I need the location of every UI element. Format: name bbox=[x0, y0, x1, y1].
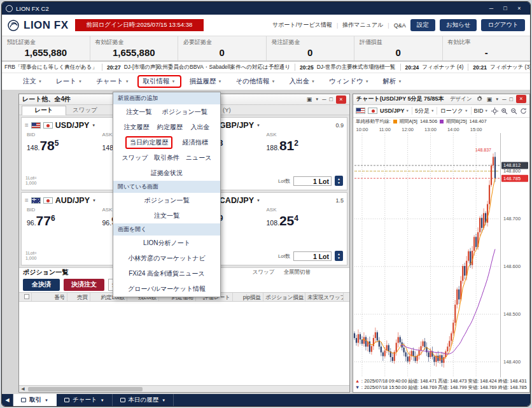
minimize-icon[interactable]: ─ bbox=[322, 96, 326, 102]
menu-item[interactable]: 小林芳彦のマーケットナビ bbox=[128, 254, 206, 263]
ask-price: 108.254 bbox=[267, 214, 342, 227]
close-icon[interactable]: × bbox=[516, 95, 526, 103]
lot-unit-label: 1Lot=1,000 bbox=[25, 176, 37, 186]
price-type-select[interactable]: BID▼ bbox=[474, 108, 488, 114]
menu-item[interactable]: 取引条件 bbox=[154, 153, 179, 162]
menubar-item-入出金[interactable]: 入出金▼ bbox=[283, 75, 320, 88]
ticker-item[interactable]: 20:21フィボナッチ (3) bbox=[473, 64, 530, 71]
swap-toggle[interactable]: スワップ bbox=[253, 269, 275, 276]
ma-a-value: 148.506 bbox=[420, 118, 437, 124]
menu-item[interactable]: ニュース bbox=[186, 153, 212, 162]
menubar-item-ウィンドウ[interactable]: ウィンドウ▼ bbox=[323, 75, 375, 88]
ticker-item[interactable]: 20:24フィボナッチ (4) bbox=[405, 64, 464, 71]
lot-stepper[interactable]: ▲▼ bbox=[335, 176, 343, 186]
close-icon[interactable]: × bbox=[336, 95, 346, 104]
bid-button[interactable]: BID 96.776 bbox=[27, 207, 102, 250]
manual-link[interactable]: 操作マニュアル bbox=[342, 21, 383, 29]
pair-label[interactable]: GBP/JPY bbox=[220, 121, 254, 130]
dock-icon[interactable]: ▣ bbox=[487, 96, 493, 102]
chevron-down-icon[interactable]: ▼ bbox=[315, 97, 319, 101]
menubar-item-その他情報[interactable]: その他情報▼ bbox=[230, 75, 281, 88]
taskbar-tab-本日の履歴[interactable]: 本日の履歴▼ bbox=[113, 394, 174, 406]
price-head: 96. bbox=[102, 219, 112, 227]
restore-icon[interactable]: □ bbox=[330, 96, 333, 102]
settings-button[interactable]: 設定 bbox=[410, 19, 435, 31]
menu-item[interactable]: スワップ bbox=[122, 153, 148, 162]
ask-button[interactable]: ASK 108.254 bbox=[267, 207, 342, 250]
menu-item[interactable]: LION分析ノート bbox=[143, 239, 190, 248]
ticker-item[interactable]: 20:25DJ-世界の主要株式市場指標一覧 bbox=[300, 64, 396, 71]
menu-item[interactable]: 経済指標 bbox=[183, 138, 208, 147]
expand-all-toggle[interactable]: 全展開切替 bbox=[284, 269, 311, 276]
support-link[interactable]: サポート/サービス情報 bbox=[272, 21, 332, 29]
lot-input[interactable]: 1 Lot bbox=[293, 176, 332, 186]
menubar-item-チャート[interactable]: チャート▼ bbox=[90, 75, 135, 88]
refresh-icon[interactable] bbox=[519, 107, 528, 115]
scroll-left-icon[interactable]: ◀ bbox=[19, 386, 27, 391]
chart-style-select[interactable]: ローソク▼ bbox=[440, 107, 468, 115]
crosshair-icon[interactable] bbox=[491, 107, 499, 115]
menu-item[interactable]: ポジション一覧 bbox=[162, 108, 207, 116]
divider: | bbox=[388, 22, 389, 29]
close-icon[interactable]: × bbox=[512, 5, 526, 11]
menubar-item-注文[interactable]: 注文▼ bbox=[17, 75, 48, 88]
tab-rates[interactable]: レート bbox=[22, 106, 66, 115]
pair-label[interactable]: USD/JPY bbox=[55, 121, 90, 130]
menu-item[interactable]: 注文履歴 bbox=[124, 123, 150, 132]
pair-select[interactable]: USD/JPY▼ bbox=[380, 108, 409, 114]
restore-icon[interactable]: □ bbox=[510, 96, 513, 102]
pair-label[interactable]: CAD/JPY bbox=[220, 196, 254, 205]
menubar-item-レート[interactable]: レート▼ bbox=[50, 75, 88, 88]
ask-button[interactable]: ASK 188.812 bbox=[267, 132, 342, 174]
menu-item[interactable]: 当日約定履歴 bbox=[125, 136, 172, 149]
menu-item[interactable]: ポジション一覧 bbox=[144, 196, 189, 205]
lot-stepper[interactable]: ▲▼ bbox=[335, 251, 343, 261]
dock-icon[interactable]: ▣ bbox=[307, 96, 312, 102]
gear-icon[interactable] bbox=[475, 95, 484, 103]
bid-button[interactable]: BID 148.785 bbox=[27, 132, 102, 174]
ticker-item[interactable]: 20:27DJ-[市場の声]欧州委員会のBBVA・Sabadell案件への対応は… bbox=[107, 64, 290, 71]
taskbar-tab-取引[interactable]: 取引▼ bbox=[13, 394, 57, 406]
zoom-in-icon[interactable] bbox=[500, 107, 508, 115]
qa-link[interactable]: Q&A bbox=[394, 22, 406, 29]
chart-ohlc-info: ▲：2025/07/18 09:40:00 始値: 148.471 高値: 14… bbox=[353, 377, 529, 392]
menu-item[interactable]: 証拠金状況 bbox=[151, 169, 183, 178]
zoom-out-icon[interactable] bbox=[510, 107, 518, 115]
taskbar-tab-チャート[interactable]: チャート▼ bbox=[57, 394, 113, 406]
drag-handle-icon[interactable]: ≡ bbox=[25, 122, 29, 129]
ticker-divider bbox=[468, 64, 468, 71]
ma-b-value: 148.407 bbox=[470, 118, 487, 124]
menubar-item-損益履歴[interactable]: 損益履歴▼ bbox=[184, 75, 228, 88]
svg-text:148.500: 148.500 bbox=[503, 311, 521, 317]
menu-item[interactable]: 注文一覧 bbox=[154, 211, 179, 220]
horizontal-scrollbar[interactable]: ◀ bbox=[19, 385, 349, 392]
minimize-icon[interactable]: ─ bbox=[484, 5, 498, 11]
pencil-icon[interactable] bbox=[529, 107, 531, 115]
menu-item[interactable]: FXi24 高金利通貨ニュース bbox=[129, 269, 205, 278]
tab-swap[interactable]: スワップ bbox=[73, 106, 97, 115]
notice-button[interactable]: お知らせ bbox=[440, 19, 477, 31]
design-button[interactable]: デザイン bbox=[450, 95, 472, 103]
lot-input[interactable]: 1 Lot bbox=[293, 251, 332, 261]
menu-item[interactable]: 約定履歴 bbox=[157, 123, 183, 132]
account-label: 有効証拠金 bbox=[95, 38, 173, 46]
ticker-item[interactable]: FRB「理事会にも等しく責任がある」 bbox=[4, 64, 97, 71]
scrollbar-thumb[interactable] bbox=[28, 387, 143, 391]
menubar-item-解析[interactable]: 解析▼ bbox=[377, 75, 408, 88]
chevron-down-icon[interactable]: ▼ bbox=[495, 97, 499, 101]
menu-item[interactable]: 注文一覧 bbox=[126, 108, 151, 116]
menubar-item-取引情報[interactable]: 取引情報▼ bbox=[137, 75, 181, 88]
select-all-checkbox[interactable] bbox=[19, 293, 32, 301]
maximize-icon[interactable]: □ bbox=[498, 5, 512, 11]
menu-item[interactable]: 入出金 bbox=[191, 123, 210, 132]
minimize-icon[interactable]: ─ bbox=[502, 96, 506, 102]
logout-button[interactable]: ログアウト bbox=[481, 19, 525, 31]
close-all-button[interactable]: 全決済 bbox=[23, 279, 60, 291]
candlestick-chart[interactable]: 10:0011:0012:0013:0014:0015:00148.837148… bbox=[353, 125, 529, 377]
close-order-button[interactable]: 決済注文 bbox=[64, 279, 104, 291]
scroll-left-icon[interactable]: ◀ bbox=[2, 394, 13, 406]
menu-item[interactable]: グローバルマーケット情報 bbox=[128, 285, 206, 293]
timeframe-select[interactable]: 5分足▼ bbox=[415, 107, 434, 115]
pair-label[interactable]: AUD/JPY bbox=[55, 196, 90, 205]
drag-handle-icon[interactable]: ≡ bbox=[25, 197, 29, 204]
